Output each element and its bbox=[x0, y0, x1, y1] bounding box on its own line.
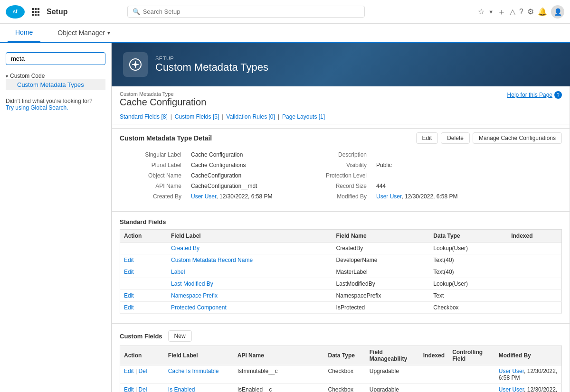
svg-rect-4 bbox=[38, 8, 39, 10]
api-name-value: CacheConfiguration__mdt bbox=[186, 181, 305, 191]
table-row: Edit Namespace Prefix NamespacePrefix Te… bbox=[120, 290, 562, 302]
setup-label: SETUP bbox=[155, 56, 268, 61]
sf-row1-fieldname: CreatedBy bbox=[332, 243, 430, 254]
cf-r2-user-link[interactable]: User User bbox=[499, 386, 524, 392]
standard-fields-link[interactable]: Standard Fields [8] bbox=[120, 113, 168, 120]
custom-fields-section: Custom Fields New Action Field Label API… bbox=[112, 327, 570, 392]
cmr-name-link[interactable]: Custom Metadata Record Name bbox=[171, 257, 253, 263]
grid-icon[interactable] bbox=[30, 8, 41, 16]
sf-row2-edit-link[interactable]: Edit bbox=[124, 257, 134, 263]
sf-row4-label: Last Modified By bbox=[167, 278, 332, 290]
sf-row6-fieldname: IsProtected bbox=[332, 302, 430, 314]
sf-row2-indexed bbox=[507, 254, 561, 266]
last-modified-link[interactable]: Last Modified By bbox=[171, 280, 213, 287]
object-manager-dropdown-icon: ▼ bbox=[106, 30, 111, 36]
edit-button[interactable]: Edit bbox=[416, 132, 438, 144]
created-by-link[interactable]: User User bbox=[191, 193, 216, 200]
standard-fields-header-row: Action Field Label Field Name Data Type … bbox=[120, 230, 562, 243]
help-for-page-link[interactable]: Help for this Page bbox=[507, 92, 552, 98]
custom-fields-header: Custom Fields New bbox=[120, 327, 562, 345]
global-search-input[interactable] bbox=[143, 8, 360, 15]
sf-row5-label: Namespace Prefix bbox=[167, 290, 332, 302]
sf-col-action: Action bbox=[120, 230, 168, 243]
cmt-name: Cache Configuration bbox=[120, 97, 206, 108]
sf-row3-edit-link[interactable]: Edit bbox=[124, 269, 134, 275]
plural-label-value: Cache Configurations bbox=[186, 160, 305, 170]
nav-icons-group: ☆ ▼ ＋ △ ? ⚙ 🔔 👤 bbox=[478, 5, 564, 19]
user-avatar[interactable]: 👤 bbox=[551, 5, 564, 19]
sf-row2-action: Edit bbox=[120, 254, 168, 266]
detail-row-singular: Singular Label Cache Configuration Descr… bbox=[120, 149, 562, 160]
add-icon[interactable]: ＋ bbox=[497, 6, 506, 18]
settings-icon[interactable]: ⚙ bbox=[527, 7, 534, 16]
sf-row5-datatype: Text bbox=[429, 290, 507, 302]
sidebar-section-title[interactable]: ▾ Custom Code bbox=[6, 73, 105, 79]
sf-row4-fieldname: LastModifiedBy bbox=[332, 278, 430, 290]
sidebar-item-custom-metadata-types[interactable]: Custom Metadata Types bbox=[6, 79, 105, 90]
label-field-link[interactable]: Label bbox=[171, 269, 185, 275]
global-search-link[interactable]: Try using Global Search. bbox=[6, 104, 68, 111]
global-search-bar[interactable]: 🔍 bbox=[127, 6, 365, 18]
created-by-field-link[interactable]: Created By bbox=[171, 245, 200, 252]
tab-object-manager[interactable]: Object Manager ▼ bbox=[50, 23, 119, 42]
svg-text:sf: sf bbox=[13, 9, 18, 14]
detail-section-container: Custom Metadata Type Detail Edit Delete … bbox=[112, 132, 570, 207]
manage-cache-button[interactable]: Manage Cache Configurations bbox=[473, 132, 562, 144]
svg-rect-7 bbox=[38, 11, 39, 13]
content-body: Custom Metadata Type Cache Configuration… bbox=[112, 86, 570, 392]
favorites-dropdown-icon[interactable]: ▼ bbox=[488, 9, 494, 15]
page-layouts-link[interactable]: Page Layouts [1] bbox=[282, 113, 325, 120]
svg-rect-10 bbox=[38, 14, 39, 16]
singular-label-label: Singular Label bbox=[120, 149, 186, 160]
ns-prefix-link[interactable]: Namespace Prefix bbox=[171, 292, 218, 299]
protected-component-link[interactable]: Protected Component bbox=[171, 304, 227, 311]
cf-r1-user-link[interactable]: User User bbox=[499, 368, 524, 374]
detail-row-api: API Name CacheConfiguration__mdt Record … bbox=[120, 181, 562, 191]
cf-col-apiname: API Name bbox=[234, 346, 324, 365]
object-name-value: CacheConfiguration bbox=[186, 170, 305, 181]
sidebar-search-input[interactable] bbox=[6, 52, 105, 65]
new-field-button[interactable]: New bbox=[168, 330, 192, 342]
sf-row6-edit-link[interactable]: Edit bbox=[124, 304, 134, 311]
modified-by-value: User User, 12/30/2022, 6:58 PM bbox=[371, 191, 562, 202]
is-enabled-link[interactable]: Is Enabled bbox=[168, 386, 195, 392]
svg-rect-2 bbox=[32, 8, 34, 10]
cf-col-action: Action bbox=[120, 346, 164, 365]
standard-fields-table: Action Field Label Field Name Data Type … bbox=[120, 229, 562, 314]
detail-btn-group: Edit Delete Manage Cache Configurations bbox=[416, 132, 562, 144]
delete-button[interactable]: Delete bbox=[441, 132, 470, 144]
notifications-icon[interactable]: 🔔 bbox=[538, 7, 547, 16]
assistant-icon[interactable]: △ bbox=[510, 7, 515, 16]
salesforce-logo: sf bbox=[6, 5, 25, 19]
cf-col-indexed: Indexed bbox=[419, 346, 448, 365]
svg-rect-5 bbox=[32, 11, 34, 13]
sidebar-section-custom-code: ▾ Custom Code Custom Metadata Types bbox=[0, 69, 111, 92]
custom-fields-link[interactable]: Custom Fields [5] bbox=[175, 113, 219, 120]
svg-rect-6 bbox=[35, 11, 37, 13]
sf-row2-fieldname: DeveloperName bbox=[332, 254, 430, 266]
sf-row3-indexed bbox=[507, 266, 561, 278]
cf-r1-del[interactable]: Del bbox=[138, 368, 147, 374]
cf-r2-edit[interactable]: Edit bbox=[124, 386, 134, 392]
tab-home[interactable]: Home bbox=[8, 23, 40, 42]
sf-row1-action bbox=[120, 243, 168, 254]
modified-by-link[interactable]: User User bbox=[376, 193, 401, 200]
favorites-icon[interactable]: ☆ bbox=[478, 7, 484, 16]
cache-immutable-link[interactable]: Cache Is Immutable bbox=[168, 368, 219, 374]
top-nav: sf Setup 🔍 ☆ ▼ ＋ △ ? ⚙ 🔔 👤 bbox=[0, 0, 570, 24]
cf-r1-edit[interactable]: Edit bbox=[124, 368, 134, 374]
sf-col-indexed: Indexed bbox=[507, 230, 561, 243]
page-title: Custom Metadata Types bbox=[155, 61, 268, 74]
cf-r2-del[interactable]: Del bbox=[138, 386, 147, 392]
validation-rules-link[interactable]: Validation Rules [0] bbox=[226, 113, 275, 120]
second-nav: Home Object Manager ▼ bbox=[0, 24, 570, 43]
help-icon[interactable]: ? bbox=[519, 8, 523, 16]
protection-level-value bbox=[371, 170, 562, 181]
sf-row5-edit-link[interactable]: Edit bbox=[124, 292, 134, 299]
svg-rect-8 bbox=[32, 14, 34, 16]
standard-fields-section: Standard Fields Action Field Label Field… bbox=[112, 215, 570, 319]
table-row: Edit Custom Metadata Record Name Develop… bbox=[120, 254, 562, 266]
record-size-value: 444 bbox=[371, 181, 562, 191]
custom-fields-header-row: Action Field Label API Name Data Type Fi… bbox=[120, 346, 562, 365]
app-name: Setup bbox=[47, 8, 67, 16]
